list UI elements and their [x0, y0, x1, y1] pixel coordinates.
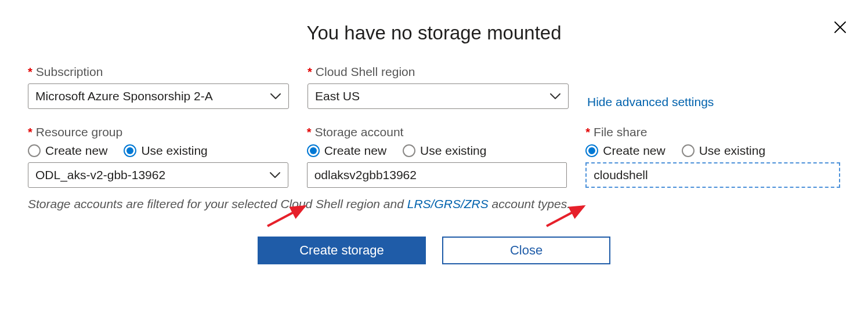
- file-share-label: * File share: [585, 125, 840, 139]
- create-storage-button[interactable]: Create storage: [258, 237, 426, 264]
- file-share-input[interactable]: [585, 162, 840, 188]
- radio-icon: [307, 144, 320, 157]
- radio-label: Create new: [45, 144, 107, 158]
- radio-label: Use existing: [420, 144, 486, 158]
- required-icon: *: [28, 66, 32, 79]
- file-share-label-text: File share: [594, 125, 647, 139]
- subscription-label-text: Subscription: [36, 65, 103, 79]
- chevron-down-icon: [549, 92, 561, 100]
- subscription-value: Microsoft Azure Sponsorship 2-A: [35, 89, 213, 103]
- footnote-text: account types.: [489, 197, 570, 210]
- required-icon: *: [28, 126, 32, 139]
- page-title: You have no storage mounted: [28, 22, 840, 44]
- fs-create-new-radio[interactable]: Create new: [585, 144, 665, 158]
- storage-account-label: * Storage account: [307, 125, 567, 139]
- region-value: East US: [315, 89, 360, 103]
- rg-create-new-radio[interactable]: Create new: [28, 144, 107, 158]
- region-label: * Cloud Shell region: [308, 65, 569, 79]
- resource-group-label: * Resource group: [28, 125, 288, 139]
- footnote: Storage accounts are filtered for your s…: [28, 197, 840, 211]
- storage-account-input[interactable]: [307, 162, 567, 188]
- sa-use-existing-radio[interactable]: Use existing: [403, 144, 486, 158]
- required-icon: *: [307, 126, 312, 139]
- region-label-text: Cloud Shell region: [316, 65, 415, 79]
- chevron-down-icon: [270, 92, 281, 100]
- resource-group-label-text: Resource group: [36, 125, 122, 139]
- radio-icon: [585, 144, 598, 157]
- radio-icon: [124, 144, 136, 157]
- sa-create-new-radio[interactable]: Create new: [307, 144, 386, 158]
- radio-label: Create new: [603, 144, 665, 158]
- radio-icon: [682, 144, 695, 157]
- fs-use-existing-radio[interactable]: Use existing: [682, 144, 765, 158]
- resource-group-value: ODL_aks-v2-gbb-13962: [35, 168, 165, 182]
- subscription-label: * Subscription: [28, 65, 289, 79]
- resource-group-select[interactable]: ODL_aks-v2-gbb-13962: [28, 162, 288, 188]
- radio-icon: [403, 144, 415, 157]
- radio-icon: [28, 144, 41, 157]
- storage-account-label-text: Storage account: [314, 125, 403, 139]
- required-icon: *: [308, 66, 312, 79]
- region-select[interactable]: East US: [308, 83, 569, 109]
- radio-label: Use existing: [699, 144, 765, 158]
- radio-label: Create new: [324, 144, 386, 158]
- close-button[interactable]: Close: [442, 237, 610, 264]
- subscription-select[interactable]: Microsoft Azure Sponsorship 2-A: [28, 83, 289, 109]
- required-icon: *: [585, 126, 590, 139]
- close-icon[interactable]: [833, 19, 847, 37]
- footnote-text: Storage accounts are filtered for your s…: [28, 197, 407, 210]
- footnote-link[interactable]: LRS/GRS/ZRS: [407, 197, 489, 210]
- hide-advanced-link[interactable]: Hide advanced settings: [587, 79, 714, 109]
- rg-use-existing-radio[interactable]: Use existing: [124, 144, 207, 158]
- chevron-down-icon: [269, 171, 281, 179]
- radio-label: Use existing: [141, 144, 207, 158]
